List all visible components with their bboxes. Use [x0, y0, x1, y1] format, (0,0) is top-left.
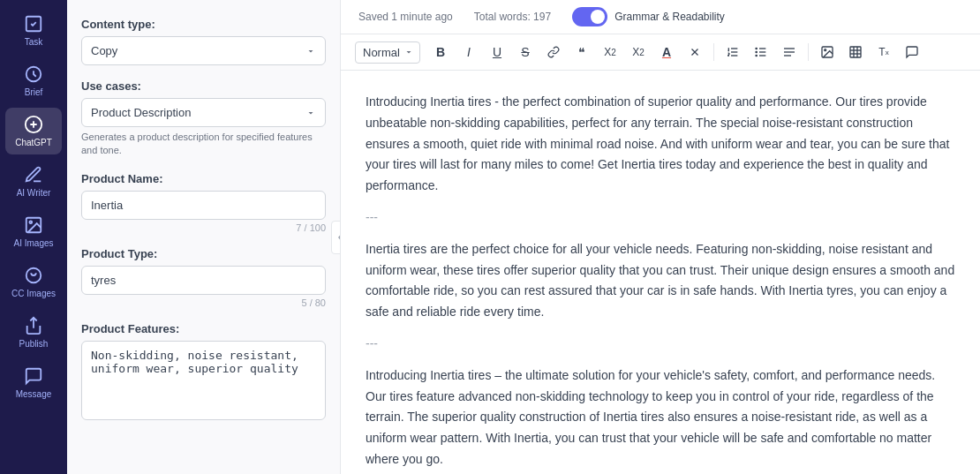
sidebar-aiimages-label: AI Images [13, 238, 53, 248]
sidebar-aiwriter-label: AI Writer [17, 188, 51, 198]
strikethrough-button[interactable]: S [512, 40, 539, 64]
comment-button[interactable] [899, 40, 925, 64]
product-type-section: Product Type: 5 / 80 [81, 247, 326, 308]
format-select[interactable]: Normal [355, 41, 420, 64]
sidebar-message-label: Message [16, 389, 52, 399]
paragraph-1: Introducing Inertia tires - the perfect … [366, 92, 955, 197]
product-name-count: 7 / 100 [81, 222, 326, 233]
sidebar-item-cc-images[interactable]: CC Images [5, 259, 62, 305]
clear-format-inline-button[interactable] [682, 40, 708, 64]
svg-rect-22 [850, 47, 861, 57]
unordered-list-button[interactable] [748, 40, 774, 64]
svg-point-15 [756, 51, 757, 52]
grammar-toggle-wrap: Grammar & Readability [572, 7, 725, 26]
image-button[interactable] [814, 40, 841, 64]
product-name-input[interactable] [81, 191, 326, 220]
quote-button[interactable]: ❝ [569, 40, 595, 64]
toolbar-sep-1 [713, 43, 714, 61]
content-type-select[interactable]: Copy [81, 36, 326, 65]
grammar-toggle[interactable] [572, 7, 607, 26]
ordered-list-button[interactable] [720, 40, 746, 64]
product-type-count: 5 / 80 [81, 297, 326, 308]
product-name-section: Product Name: 7 / 100 [81, 172, 326, 233]
bold-button[interactable]: B [427, 40, 454, 64]
table-button[interactable] [842, 40, 869, 64]
svg-point-16 [756, 55, 757, 56]
product-name-label: Product Name: [81, 172, 326, 185]
content-type-section: Content type: Copy [81, 18, 326, 65]
use-cases-section: Use cases: Product Description Generates… [81, 79, 326, 158]
sidebar-chatgpt-label: ChatGPT [15, 138, 52, 147]
superscript-button[interactable]: X2 [625, 40, 652, 64]
sidebar-item-brief[interactable]: Brief [5, 57, 62, 104]
use-cases-select[interactable]: Product Description [81, 98, 326, 127]
link-button[interactable] [540, 40, 567, 64]
content-type-label: Content type: [81, 18, 326, 31]
sidebar-item-message[interactable]: Message [5, 359, 62, 406]
product-features-label: Product Features: [81, 322, 326, 335]
product-type-label: Product Type: [81, 247, 326, 260]
sidebar: Task Brief ChatGPT AI Writer AI Images C… [0, 0, 67, 474]
sidebar-item-chatgpt[interactable]: ChatGPT [5, 108, 62, 154]
editor-content[interactable]: Introducing Inertia tires - the perfect … [341, 71, 980, 474]
saved-status: Saved 1 minute ago [358, 11, 453, 23]
sidebar-item-task[interactable]: Task [5, 7, 62, 54]
use-case-hint: Generates a product description for spec… [81, 131, 326, 158]
svg-point-14 [756, 48, 757, 49]
grammar-label: Grammar & Readability [614, 11, 725, 23]
subscript-button[interactable]: X2 [597, 40, 623, 64]
sidebar-task-label: Task [25, 37, 43, 47]
editor-topbar: Saved 1 minute ago Total words: 197 Gram… [341, 0, 980, 34]
use-cases-label: Use cases: [81, 79, 326, 93]
highlight-button[interactable]: A [653, 40, 680, 64]
sidebar-publish-label: Publish [19, 339, 49, 349]
product-features-section: Product Features: Non-skidding, noise re… [81, 322, 326, 424]
editor-area: Saved 1 minute ago Total words: 197 Gram… [341, 0, 980, 474]
align-button[interactable] [776, 40, 803, 64]
paragraph-3: Introducing Inertia tires – the ultimate… [366, 365, 955, 470]
separator-2: --- [366, 334, 955, 355]
clear-format-button[interactable]: Tx [871, 40, 897, 64]
svg-point-3 [29, 221, 32, 223]
underline-button[interactable]: U [484, 40, 510, 64]
svg-point-21 [825, 49, 826, 51]
sidebar-item-ai-writer[interactable]: AI Writer [5, 158, 62, 205]
sidebar-brief-label: Brief [25, 87, 43, 97]
product-type-input[interactable] [81, 266, 326, 295]
sidebar-item-publish[interactable]: Publish [5, 309, 62, 356]
italic-button[interactable]: I [456, 40, 482, 64]
product-features-textarea[interactable]: Non-skidding, noise resistant, uniform w… [81, 341, 326, 420]
collapse-handle[interactable] [331, 221, 341, 254]
paragraph-2: Inertia tires are the perfect choice for… [366, 239, 955, 323]
word-count: Total words: 197 [474, 11, 551, 23]
editor-toolbar: Normal B I U S ❝ X2 X2 A Tx [341, 34, 980, 71]
sidebar-item-ai-images[interactable]: AI Images [5, 208, 62, 255]
left-panel: Content type: Copy Use cases: Product De… [67, 0, 341, 474]
separator-1: --- [366, 207, 955, 229]
toolbar-sep-2 [808, 43, 809, 61]
sidebar-ccimages-label: CC Images [11, 289, 56, 298]
